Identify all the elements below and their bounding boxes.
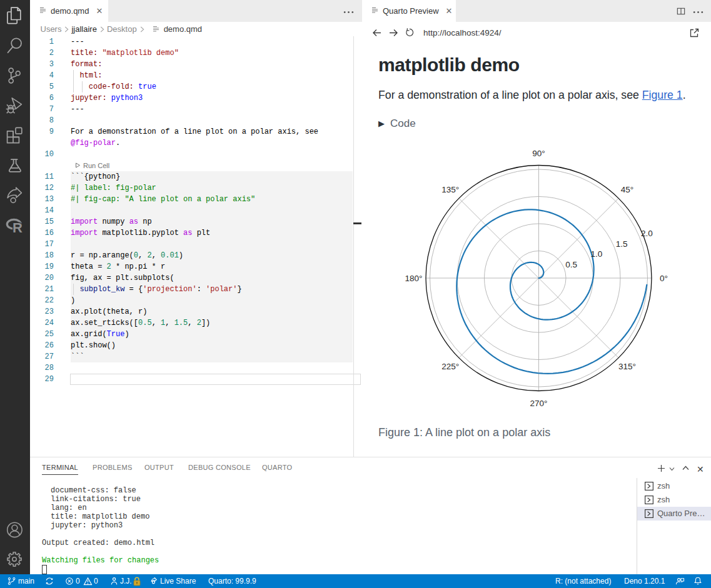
svg-text:2.0: 2.0 (641, 229, 653, 238)
svg-text:315°: 315° (618, 362, 636, 371)
svg-text:270°: 270° (530, 399, 548, 408)
svg-text:45°: 45° (621, 185, 633, 194)
svg-text:0.5: 0.5 (565, 260, 577, 269)
svg-text:90°: 90° (532, 149, 545, 158)
svg-text:1.0: 1.0 (591, 249, 603, 259)
svg-text:135°: 135° (441, 185, 459, 194)
svg-text:1.5: 1.5 (616, 239, 628, 249)
svg-text:0°: 0° (660, 274, 668, 283)
svg-text:180°: 180° (405, 274, 423, 283)
svg-text:R: R (13, 220, 23, 236)
svg-text:225°: 225° (441, 362, 459, 371)
